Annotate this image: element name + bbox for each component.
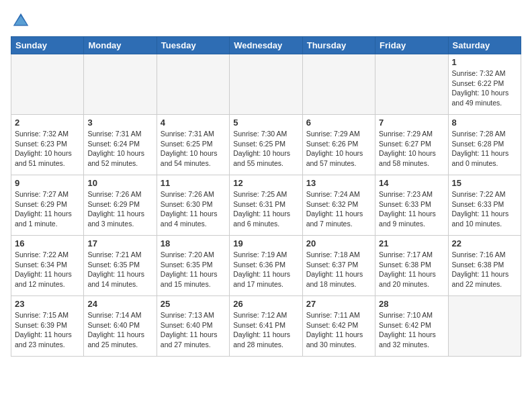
day-info: Sunrise: 7:28 AMSunset: 6:28 PMDaylight:… <box>452 129 517 169</box>
calendar-cell <box>230 54 302 115</box>
calendar-cell: 15Sunrise: 7:22 AMSunset: 6:33 PMDayligh… <box>448 175 521 236</box>
day-number: 24 <box>87 299 152 309</box>
day-info: Sunrise: 7:29 AMSunset: 6:26 PMDaylight:… <box>306 129 371 169</box>
day-info: Sunrise: 7:13 AMSunset: 6:40 PMDaylight:… <box>161 310 226 350</box>
calendar-cell <box>11 54 84 115</box>
day-number: 5 <box>233 118 298 128</box>
day-info: Sunrise: 7:17 AMSunset: 6:38 PMDaylight:… <box>379 250 444 289</box>
day-number: 8 <box>452 118 517 128</box>
calendar-cell: 9Sunrise: 7:27 AMSunset: 6:29 PMDaylight… <box>11 175 84 236</box>
day-info: Sunrise: 7:12 AMSunset: 6:41 PMDaylight:… <box>233 310 298 350</box>
day-number: 28 <box>379 299 444 309</box>
calendar-table: SundayMondayTuesdayWednesdayThursdayFrid… <box>11 36 521 357</box>
calendar-cell: 28Sunrise: 7:10 AMSunset: 6:42 PMDayligh… <box>375 296 448 357</box>
calendar-cell: 2Sunrise: 7:32 AMSunset: 6:23 PMDaylight… <box>11 115 84 175</box>
day-info: Sunrise: 7:10 AMSunset: 6:42 PMDaylight:… <box>379 310 444 350</box>
calendar-cell: 17Sunrise: 7:21 AMSunset: 6:35 PMDayligh… <box>84 236 157 296</box>
day-number: 13 <box>306 178 371 188</box>
calendar-cell: 23Sunrise: 7:15 AMSunset: 6:39 PMDayligh… <box>11 296 84 357</box>
day-info: Sunrise: 7:29 AMSunset: 6:27 PMDaylight:… <box>379 129 444 169</box>
day-number: 15 <box>452 178 517 188</box>
day-info: Sunrise: 7:30 AMSunset: 6:25 PMDaylight:… <box>233 129 298 169</box>
day-info: Sunrise: 7:31 AMSunset: 6:25 PMDaylight:… <box>161 129 226 169</box>
day-info: Sunrise: 7:16 AMSunset: 6:38 PMDaylight:… <box>452 250 517 289</box>
day-number: 7 <box>379 118 444 128</box>
calendar-cell: 8Sunrise: 7:28 AMSunset: 6:28 PMDaylight… <box>448 115 521 175</box>
calendar-cell: 13Sunrise: 7:24 AMSunset: 6:32 PMDayligh… <box>302 175 375 236</box>
day-info: Sunrise: 7:15 AMSunset: 6:39 PMDaylight:… <box>15 310 80 350</box>
day-number: 23 <box>15 299 80 309</box>
calendar-cell: 25Sunrise: 7:13 AMSunset: 6:40 PMDayligh… <box>157 296 229 357</box>
day-info: Sunrise: 7:22 AMSunset: 6:33 PMDaylight:… <box>452 189 517 229</box>
col-header-saturday: Saturday <box>448 37 521 54</box>
calendar-cell: 12Sunrise: 7:25 AMSunset: 6:31 PMDayligh… <box>230 175 302 236</box>
day-info: Sunrise: 7:26 AMSunset: 6:29 PMDaylight:… <box>87 189 152 229</box>
day-info: Sunrise: 7:32 AMSunset: 6:23 PMDaylight:… <box>15 129 80 169</box>
day-number: 12 <box>233 178 298 188</box>
day-number: 19 <box>233 238 298 248</box>
calendar-week-0: 1Sunrise: 7:32 AMSunset: 6:22 PMDaylight… <box>11 54 521 115</box>
col-header-sunday: Sunday <box>11 37 84 54</box>
day-info: Sunrise: 7:22 AMSunset: 6:34 PMDaylight:… <box>15 250 80 289</box>
calendar-cell <box>157 54 229 115</box>
day-info: Sunrise: 7:19 AMSunset: 6:36 PMDaylight:… <box>233 250 298 289</box>
col-header-thursday: Thursday <box>302 37 375 54</box>
day-info: Sunrise: 7:24 AMSunset: 6:32 PMDaylight:… <box>306 189 371 229</box>
calendar-cell: 1Sunrise: 7:32 AMSunset: 6:22 PMDaylight… <box>448 54 521 115</box>
day-number: 20 <box>306 238 371 248</box>
col-header-monday: Monday <box>84 37 157 54</box>
day-number: 4 <box>161 118 226 128</box>
day-info: Sunrise: 7:26 AMSunset: 6:30 PMDaylight:… <box>161 189 226 229</box>
calendar-cell: 5Sunrise: 7:30 AMSunset: 6:25 PMDaylight… <box>230 115 302 175</box>
day-number: 1 <box>452 57 517 67</box>
col-header-wednesday: Wednesday <box>230 37 302 54</box>
calendar-cell: 6Sunrise: 7:29 AMSunset: 6:26 PMDaylight… <box>302 115 375 175</box>
day-info: Sunrise: 7:21 AMSunset: 6:35 PMDaylight:… <box>87 250 152 289</box>
calendar-header-row: SundayMondayTuesdayWednesdayThursdayFrid… <box>11 37 521 54</box>
day-info: Sunrise: 7:20 AMSunset: 6:35 PMDaylight:… <box>161 250 226 289</box>
day-info: Sunrise: 7:23 AMSunset: 6:33 PMDaylight:… <box>379 189 444 229</box>
calendar-cell <box>375 54 448 115</box>
day-number: 2 <box>15 118 80 128</box>
day-number: 25 <box>161 299 226 309</box>
day-info: Sunrise: 7:18 AMSunset: 6:37 PMDaylight:… <box>306 250 371 289</box>
calendar-cell: 3Sunrise: 7:31 AMSunset: 6:24 PMDaylight… <box>84 115 157 175</box>
day-number: 16 <box>15 238 80 248</box>
calendar-cell: 4Sunrise: 7:31 AMSunset: 6:25 PMDaylight… <box>157 115 229 175</box>
day-number: 6 <box>306 118 371 128</box>
day-info: Sunrise: 7:25 AMSunset: 6:31 PMDaylight:… <box>233 189 298 229</box>
day-number: 27 <box>306 299 371 309</box>
day-number: 14 <box>379 178 444 188</box>
calendar-week-4: 23Sunrise: 7:15 AMSunset: 6:39 PMDayligh… <box>11 296 521 357</box>
calendar-cell: 26Sunrise: 7:12 AMSunset: 6:41 PMDayligh… <box>230 296 302 357</box>
calendar-cell: 20Sunrise: 7:18 AMSunset: 6:37 PMDayligh… <box>302 236 375 296</box>
day-number: 11 <box>161 178 226 188</box>
day-number: 26 <box>233 299 298 309</box>
day-number: 17 <box>87 238 152 248</box>
day-number: 22 <box>452 238 517 248</box>
logo-icon <box>11 11 31 31</box>
page-header <box>11 11 521 31</box>
day-number: 9 <box>15 178 80 188</box>
day-number: 10 <box>87 178 152 188</box>
day-number: 21 <box>379 238 444 248</box>
calendar-week-2: 9Sunrise: 7:27 AMSunset: 6:29 PMDaylight… <box>11 175 521 236</box>
day-info: Sunrise: 7:31 AMSunset: 6:24 PMDaylight:… <box>87 129 152 169</box>
calendar-cell: 16Sunrise: 7:22 AMSunset: 6:34 PMDayligh… <box>11 236 84 296</box>
calendar-cell: 10Sunrise: 7:26 AMSunset: 6:29 PMDayligh… <box>84 175 157 236</box>
day-info: Sunrise: 7:14 AMSunset: 6:40 PMDaylight:… <box>87 310 152 350</box>
calendar-cell: 24Sunrise: 7:14 AMSunset: 6:40 PMDayligh… <box>84 296 157 357</box>
day-number: 18 <box>161 238 226 248</box>
logo <box>11 11 34 31</box>
calendar-cell: 14Sunrise: 7:23 AMSunset: 6:33 PMDayligh… <box>375 175 448 236</box>
calendar-cell: 19Sunrise: 7:19 AMSunset: 6:36 PMDayligh… <box>230 236 302 296</box>
day-info: Sunrise: 7:32 AMSunset: 6:22 PMDaylight:… <box>452 68 517 108</box>
col-header-friday: Friday <box>375 37 448 54</box>
calendar-cell <box>302 54 375 115</box>
calendar-cell <box>448 296 521 357</box>
day-info: Sunrise: 7:27 AMSunset: 6:29 PMDaylight:… <box>15 189 80 229</box>
calendar-week-1: 2Sunrise: 7:32 AMSunset: 6:23 PMDaylight… <box>11 115 521 175</box>
calendar-cell: 7Sunrise: 7:29 AMSunset: 6:27 PMDaylight… <box>375 115 448 175</box>
col-header-tuesday: Tuesday <box>157 37 229 54</box>
calendar-week-3: 16Sunrise: 7:22 AMSunset: 6:34 PMDayligh… <box>11 236 521 296</box>
